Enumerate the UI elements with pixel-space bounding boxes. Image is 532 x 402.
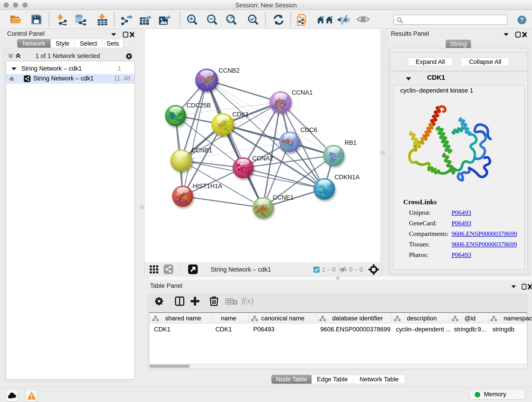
- svg-text:CDC6: CDC6: [300, 127, 317, 133]
- svg-text:CDKN1A: CDKN1A: [335, 174, 360, 181]
- svg-text:CCNB2: CCNB2: [219, 67, 240, 74]
- svg-text:CDC25B: CDC25B: [186, 102, 211, 109]
- svg-text:RB1: RB1: [345, 139, 357, 146]
- svg-text:CCNA2: CCNA2: [252, 155, 273, 162]
- svg-text:?: ?: [520, 17, 524, 23]
- svg-text:CDK1: CDK1: [232, 111, 249, 118]
- svg-text:CCNE1: CCNE1: [273, 194, 294, 201]
- svg-text:HIST1H1A: HIST1H1A: [193, 183, 222, 190]
- svg-text:CCNA1: CCNA1: [292, 89, 313, 96]
- svg-text:CCNB1: CCNB1: [191, 147, 212, 154]
